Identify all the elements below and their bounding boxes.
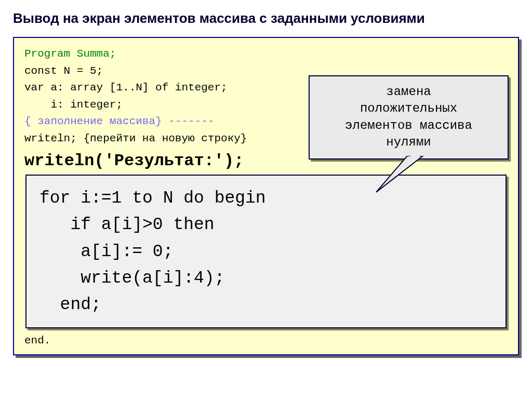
callout-line-4: нулями [315,134,502,151]
callout-line-2: положительных [315,100,502,117]
loop-line-3: a[i]:= 0; [39,238,493,265]
svg-marker-0 [376,156,423,192]
callout-box: замена положительных элементов массива н… [309,75,509,159]
callout-line-1: замена [315,84,502,100]
loop-line-4: write(a[i]:4); [39,265,493,291]
code-end: end. [24,335,508,347]
callout-line-3: элементов массива [315,117,502,134]
loop-box: for i:=1 to N do begin if a[i]>0 then a[… [25,175,507,328]
loop-line-2: if a[i]>0 then [39,211,493,238]
loop-line-5: end; [39,291,493,318]
slide-title: Вывод на экран элементов массива с задан… [13,10,519,26]
code-program: Program Summa; [24,46,508,63]
